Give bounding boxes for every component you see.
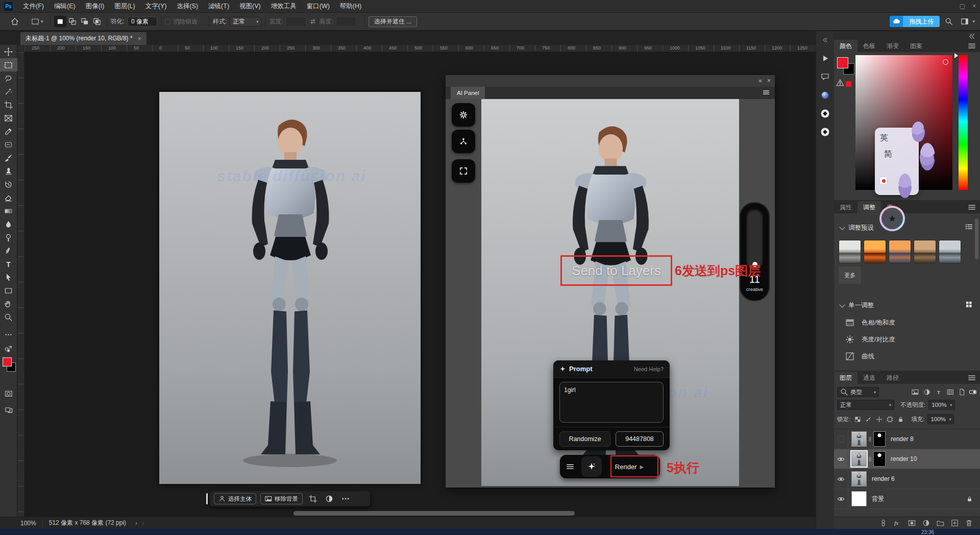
sparkle-icon[interactable] bbox=[581, 456, 602, 477]
history-brush-tool[interactable] bbox=[0, 178, 17, 191]
folder-icon[interactable] bbox=[937, 519, 944, 527]
collapse-icon[interactable]: « bbox=[758, 77, 762, 84]
seed-input[interactable]: 94487808 bbox=[616, 431, 664, 447]
remove-background-button[interactable]: 移除背景 bbox=[260, 493, 303, 504]
new-selection-mode-button[interactable] bbox=[54, 16, 66, 27]
adjust-icon[interactable] bbox=[923, 388, 930, 396]
tab-layers-2[interactable]: 路径 bbox=[881, 372, 904, 384]
hamburger-icon[interactable] bbox=[763, 89, 770, 96]
brush-tool[interactable] bbox=[0, 151, 17, 164]
tab-color-2[interactable]: 渐变 bbox=[881, 40, 904, 52]
window-restore-icon[interactable]: ▢ bbox=[960, 3, 965, 10]
blend-mode-select[interactable]: 正常▾ bbox=[837, 400, 894, 410]
frame-tool[interactable] bbox=[0, 111, 17, 125]
mask-icon[interactable] bbox=[908, 519, 916, 527]
select-subject-button[interactable]: 选择主体 bbox=[214, 493, 256, 504]
checker-icon[interactable] bbox=[854, 416, 861, 423]
feather-input[interactable]: 0 像素 bbox=[128, 17, 157, 27]
adjustment-preset-thumbnail[interactable] bbox=[839, 240, 861, 263]
link-icon[interactable] bbox=[879, 519, 887, 527]
eye-icon[interactable] bbox=[834, 449, 848, 469]
hue-slider[interactable] bbox=[959, 55, 968, 190]
lock-icon[interactable] bbox=[897, 416, 904, 423]
layer-thumbnail[interactable] bbox=[851, 451, 867, 467]
more-tools-icon[interactable] bbox=[0, 328, 17, 341]
tab-color-3[interactable]: 图案 bbox=[904, 40, 928, 52]
diamond-icon[interactable] bbox=[819, 107, 832, 119]
pen-tool[interactable] bbox=[0, 244, 17, 257]
adjustment-preset-thumbnail[interactable] bbox=[889, 240, 911, 263]
menu-item[interactable]: 图层(L) bbox=[109, 1, 140, 12]
image-icon[interactable] bbox=[912, 388, 919, 396]
more-presets-button[interactable]: 更多 bbox=[839, 266, 861, 284]
wand-tool[interactable] bbox=[0, 85, 17, 98]
presets-section-header[interactable]: 调整预设 bbox=[840, 224, 874, 232]
width-input[interactable] bbox=[286, 17, 306, 27]
send-to-layers-button[interactable]: Send to Layers bbox=[572, 263, 661, 279]
ai-nodes-button[interactable] bbox=[452, 130, 475, 153]
eye-hidden-box[interactable] bbox=[834, 429, 848, 449]
quickmask-icon[interactable] bbox=[0, 387, 17, 400]
eye-icon[interactable] bbox=[834, 469, 848, 489]
shape-tool[interactable] bbox=[0, 284, 17, 297]
foreground-color-swatch[interactable] bbox=[837, 57, 848, 68]
layer-row[interactable]: render 6 bbox=[834, 469, 980, 489]
panel-menu-icon[interactable] bbox=[968, 203, 976, 211]
menu-item[interactable]: 编辑(E) bbox=[49, 1, 81, 12]
grid-view-icon[interactable] bbox=[965, 300, 973, 308]
screenmode-icon[interactable] bbox=[0, 403, 17, 417]
close-icon[interactable]: × bbox=[767, 77, 771, 84]
layer-thumbnail[interactable] bbox=[851, 491, 867, 506]
chevron-down-icon[interactable]: ▾ bbox=[41, 19, 43, 24]
adjust-icon[interactable] bbox=[922, 519, 930, 527]
layer-name[interactable]: render 6 bbox=[872, 475, 895, 482]
prompt-input[interactable]: 1girl bbox=[559, 382, 664, 423]
home-icon[interactable] bbox=[6, 15, 23, 28]
marquee-tool[interactable] bbox=[0, 58, 17, 71]
stamp-tool[interactable] bbox=[0, 164, 17, 178]
menu-item[interactable]: 增效工具 bbox=[266, 1, 302, 12]
hue-slider-thumb[interactable] bbox=[954, 53, 958, 58]
crop-icon[interactable] bbox=[307, 493, 319, 504]
tab-adjust-0[interactable]: 属性 bbox=[834, 201, 857, 213]
color-swatches[interactable] bbox=[0, 356, 17, 380]
list-view-icon[interactable] bbox=[965, 223, 973, 231]
link-icon[interactable] bbox=[867, 436, 873, 442]
tab-color-0[interactable]: 颜色 bbox=[834, 40, 857, 52]
tab-layers-1[interactable]: 通道 bbox=[857, 372, 881, 384]
randomize-button[interactable]: Randomize bbox=[559, 431, 610, 447]
panel-menu-icon[interactable] bbox=[968, 42, 976, 50]
dodge-tool[interactable] bbox=[0, 231, 17, 244]
layer-row[interactable]: render 10 bbox=[834, 449, 980, 469]
plus-icon[interactable] bbox=[951, 519, 959, 527]
subtract-selection-mode-button[interactable] bbox=[79, 16, 91, 27]
single-adjust-header[interactable]: 单一调整 bbox=[840, 301, 874, 310]
filter-toggle-icon[interactable] bbox=[969, 388, 977, 396]
window-close-icon[interactable]: × bbox=[972, 3, 976, 10]
swap-dimensions-icon[interactable] bbox=[306, 15, 320, 28]
play-icon[interactable] bbox=[819, 52, 832, 64]
eye-icon[interactable] bbox=[834, 489, 848, 509]
foreground-color[interactable] bbox=[3, 357, 12, 367]
layer-row[interactable]: render 8 bbox=[834, 429, 980, 449]
move-icon[interactable] bbox=[876, 416, 883, 423]
hand-tool[interactable] bbox=[0, 297, 17, 310]
board-icon[interactable] bbox=[947, 388, 954, 396]
adjustment-preset-thumbnail[interactable] bbox=[914, 240, 936, 263]
marquee-tool-icon[interactable] bbox=[31, 17, 39, 26]
adjustment-preset-thumbnail[interactable] bbox=[864, 240, 886, 263]
sphere-icon[interactable] bbox=[819, 89, 832, 101]
hamburger-icon[interactable] bbox=[560, 463, 580, 471]
menu-item[interactable]: 文字(Y) bbox=[140, 1, 172, 12]
need-help-link[interactable]: Need Help? bbox=[634, 366, 664, 372]
ime-icon[interactable] bbox=[879, 177, 888, 185]
status-next-icon[interactable]: › bbox=[135, 520, 137, 527]
menu-item[interactable]: 视图(V) bbox=[234, 1, 266, 12]
document-tab[interactable]: 未标题-1 @ 100% (render 10, RGB/8) * × bbox=[20, 32, 146, 45]
fx-icon[interactable]: fx bbox=[894, 519, 901, 527]
height-input[interactable] bbox=[336, 17, 356, 27]
upload-button[interactable]: 拖拽上传 bbox=[890, 16, 940, 27]
ai-panel-tab[interactable]: AI Panel bbox=[451, 87, 485, 99]
fill-input[interactable]: 100%▾ bbox=[927, 414, 954, 424]
layer-mask-thumbnail[interactable] bbox=[873, 451, 886, 467]
